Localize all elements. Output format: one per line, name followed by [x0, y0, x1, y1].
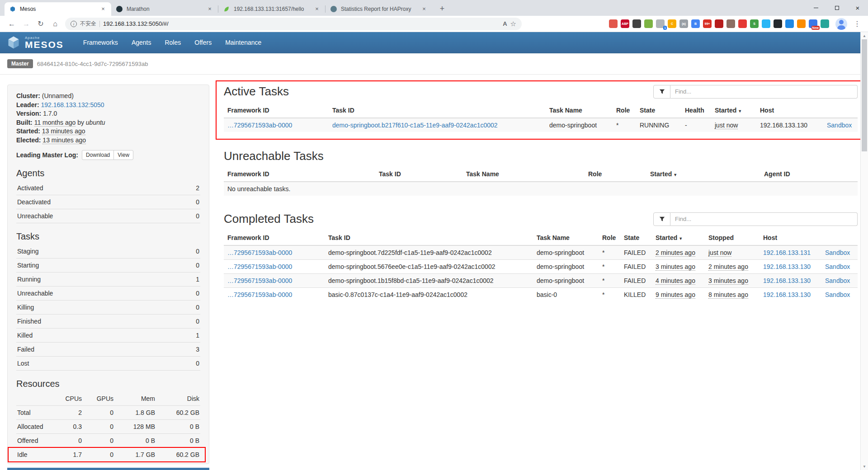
task-state: FAILED [620, 260, 652, 274]
close-button[interactable]: × [847, 0, 868, 15]
new-tab-button[interactable]: + [436, 2, 448, 15]
extension-icon[interactable] [797, 19, 806, 28]
leader-link[interactable]: 192.168.133.132:5050 [41, 101, 104, 108]
tab-close-icon[interactable]: × [420, 5, 428, 13]
nav-item-offers[interactable]: Offers [188, 32, 218, 53]
tab-mesos[interactable]: Mesos × [5, 2, 111, 16]
stat-value: 2 [196, 184, 199, 192]
extension-icon[interactable] [644, 19, 653, 28]
back-icon[interactable]: ← [5, 18, 18, 30]
tab-close-icon[interactable]: × [99, 5, 107, 13]
col-task-id[interactable]: Task ID [325, 230, 533, 245]
extension-icon[interactable] [715, 19, 723, 28]
col-health[interactable]: Health [681, 103, 711, 118]
host-link[interactable]: 192.168.133.130 [763, 291, 811, 298]
extension-icon[interactable]: B [691, 19, 700, 28]
host-link[interactable]: 192.168.133.130 [763, 263, 811, 270]
framework-id-link[interactable]: …7295671593ab-0000 [227, 277, 292, 284]
col-framework-id[interactable]: Framework ID [224, 167, 375, 182]
framework-id-link[interactable]: …7295671593ab-0000 [227, 263, 292, 270]
sandbox-link[interactable]: Sandbox [825, 263, 850, 270]
log-view-button[interactable]: View [113, 150, 133, 160]
stat-label: Deactivated [17, 198, 51, 206]
extension-icon[interactable] [821, 19, 829, 28]
col-role[interactable]: Role [613, 103, 636, 118]
col-state[interactable]: State [620, 230, 652, 245]
framework-id-link[interactable]: …7295671593ab-0000 [227, 249, 292, 256]
host-link[interactable]: 192.168.133.131 [763, 249, 811, 256]
extension-icon[interactable] [726, 19, 735, 28]
framework-id-link[interactable]: …7295671593ab-0000 [227, 122, 292, 129]
col-role[interactable]: Role [585, 167, 646, 182]
bookmark-star-icon[interactable]: ☆ [510, 20, 516, 28]
col-started[interactable]: Started▼ [646, 167, 760, 182]
extension-icon[interactable] [774, 19, 782, 28]
info-icon[interactable]: i [71, 21, 77, 27]
scrollbar-thumb[interactable] [862, 39, 867, 151]
nav-item-agents[interactable]: Agents [125, 32, 158, 53]
find-input[interactable] [670, 212, 858, 226]
task-id-link[interactable]: demo-springboot.b217f610-c1a5-11e9-aaf9-… [332, 122, 498, 129]
framework-id-link[interactable]: …7295671593ab-0000 [227, 291, 292, 298]
col-task-name[interactable]: Task Name [533, 230, 599, 245]
col-started[interactable]: Started▼ [652, 230, 705, 245]
col-role[interactable]: Role [599, 230, 620, 245]
sandbox-link[interactable]: Sandbox [825, 277, 850, 284]
col-task-id[interactable]: Task ID [375, 167, 462, 182]
col-task-id[interactable]: Task ID [329, 103, 546, 118]
extension-icon[interactable]: New [809, 19, 817, 28]
filter-icon-button[interactable] [653, 212, 670, 226]
profile-avatar[interactable] [835, 18, 847, 30]
extension-icon[interactable]: 1 [656, 19, 665, 28]
refresh-icon[interactable]: ↻ [34, 18, 47, 30]
sandbox-link[interactable]: Sandbox [825, 249, 850, 256]
col-agent-id[interactable]: Agent ID [760, 167, 858, 182]
nav-item-roles[interactable]: Roles [158, 32, 188, 53]
host-link[interactable]: 192.168.133.130 [763, 277, 811, 284]
extension-icon[interactable] [738, 19, 747, 28]
translate-icon[interactable]: A [503, 20, 507, 27]
scrollbar[interactable]: ▲ ▼ [860, 32, 868, 470]
browser-menu-icon[interactable]: ⋮ [854, 19, 861, 28]
col-framework-id[interactable]: Framework ID [224, 230, 325, 245]
extension-icon[interactable]: ABP [621, 19, 629, 28]
forward-icon[interactable]: → [20, 18, 33, 30]
tab-close-icon[interactable]: × [206, 5, 213, 13]
col-host[interactable]: Host [760, 230, 821, 245]
sandbox-link[interactable]: Sandbox [825, 291, 850, 298]
extension-icon[interactable] [609, 19, 618, 28]
scroll-down-icon[interactable]: ▼ [863, 463, 866, 470]
col-host[interactable]: Host [756, 103, 823, 118]
address-bar[interactable]: i 不安全 192.168.133.132:5050/#/ A ☆ [65, 18, 522, 30]
filter-icon-button[interactable] [653, 85, 670, 99]
extension-icon[interactable]: S [750, 19, 759, 28]
sandbox-link[interactable]: Sandbox [827, 122, 852, 129]
col-stopped[interactable]: Stopped [705, 230, 760, 245]
nav-item-frameworks[interactable]: Frameworks [76, 32, 125, 53]
extension-icon[interactable] [632, 19, 641, 28]
extension-icon[interactable] [785, 19, 794, 28]
tab-haproxy-stats[interactable]: Statistics Report for HAProxy × [326, 2, 432, 16]
url-text[interactable]: 192.168.133.132:5050/#/ [103, 20, 500, 27]
extension-icon[interactable]: (a) [679, 19, 688, 28]
mesos-logo[interactable]: Apache MESOS [6, 35, 64, 50]
col-framework-id[interactable]: Framework ID [224, 103, 329, 118]
tab-marathon[interactable]: Marathon × [111, 2, 218, 16]
nav-item-maintenance[interactable]: Maintenance [218, 32, 268, 53]
scroll-up-icon[interactable]: ▲ [863, 32, 866, 39]
log-download-button[interactable]: Download [82, 150, 114, 160]
extension-icon[interactable]: C [668, 19, 676, 28]
maximize-button[interactable] [826, 0, 847, 15]
extension-icon[interactable] [762, 19, 770, 28]
sort-desc-icon: ▼ [679, 236, 683, 241]
find-input[interactable] [670, 85, 858, 99]
col-started[interactable]: Started▼ [711, 103, 756, 118]
home-icon[interactable]: ⌂ [49, 18, 61, 30]
minimize-button[interactable] [806, 0, 826, 15]
tab-close-icon[interactable]: × [313, 5, 321, 13]
tab-spring-hello[interactable]: 192.168.133.131:31657/hello × [218, 2, 325, 16]
col-task-name[interactable]: Task Name [546, 103, 613, 118]
col-task-name[interactable]: Task Name [462, 167, 585, 182]
extension-icon[interactable]: 99+ [703, 19, 712, 28]
col-state[interactable]: State [636, 103, 681, 118]
